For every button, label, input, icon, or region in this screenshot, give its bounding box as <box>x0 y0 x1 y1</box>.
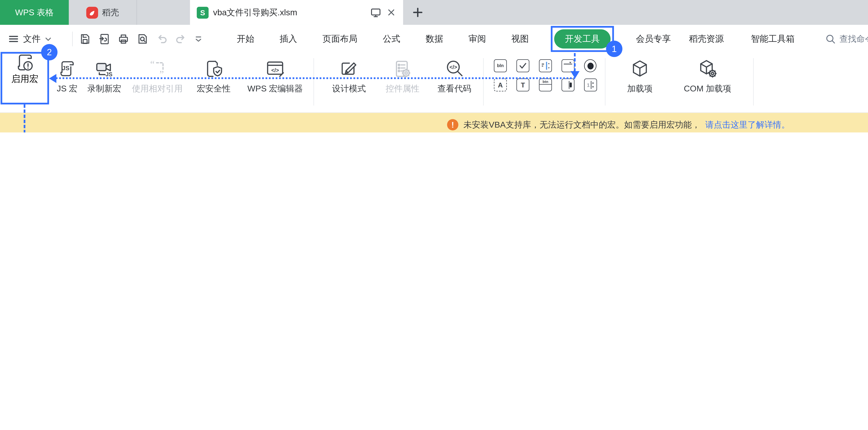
relative-reference-label: 使用相对引用 <box>132 84 183 94</box>
quick-access-toolbar <box>79 25 203 53</box>
save-icon[interactable] <box>79 33 91 45</box>
tab-menu-3[interactable]: 公式 <box>383 33 400 45</box>
tab-menu-6[interactable]: 视图 <box>511 33 529 45</box>
addins-cube-icon <box>629 58 650 80</box>
redo-icon[interactable] <box>175 33 187 45</box>
export-pdf-icon[interactable] <box>98 33 111 45</box>
svg-text:</>: </> <box>450 64 457 70</box>
tab-menu-0[interactable]: 开始 <box>237 33 254 45</box>
developer-tools-label: 开发工具 <box>565 33 600 45</box>
print-preview-icon[interactable] <box>136 33 149 45</box>
document-title: vba文件引导购买.xlsm <box>213 7 365 18</box>
control-properties-icon <box>392 58 413 80</box>
design-mode-button[interactable]: 设计模式 <box>321 58 377 94</box>
svg-text:JS: JS <box>105 71 112 78</box>
design-mode-label: 设计模式 <box>332 84 366 94</box>
control-toggle-glyph: btn <box>539 79 551 85</box>
svg-text:JS: JS <box>62 65 69 71</box>
control-scrollbar[interactable] <box>562 78 575 91</box>
addins-button[interactable]: 加载项 <box>615 58 665 94</box>
tab-menu-5[interactable]: 审阅 <box>469 33 486 45</box>
com-addins-button[interactable]: COM 加载项 <box>665 58 750 94</box>
connector-1-arrow-left-icon <box>49 74 56 83</box>
file-menu[interactable]: 文件 <box>23 33 41 45</box>
tab-menu-4[interactable]: 数据 <box>426 33 443 45</box>
control-checkbox[interactable] <box>517 59 529 72</box>
ribbon-developer-tools: 启用宏 2 JS JS 宏 JS 录制新宏 <box>0 53 868 113</box>
control-toggle-button[interactable]: btn <box>539 78 552 91</box>
macro-security-label: 宏安全性 <box>197 84 230 94</box>
tab-docer-resources[interactable]: 稻壳资源 <box>689 33 724 45</box>
control-combo-list[interactable] <box>539 59 552 72</box>
ribbon-group-divider <box>753 58 754 106</box>
ribbon-group-divider <box>605 58 606 106</box>
design-mode-icon <box>338 58 360 80</box>
control-label-glyph: A <box>498 81 503 89</box>
control-spinner[interactable]: 1 <box>584 78 597 91</box>
new-tab-button[interactable] <box>410 4 426 20</box>
control-command-button[interactable]: bln <box>494 59 507 72</box>
form-controls-group: bln A T btn <box>494 58 597 91</box>
control-textbox[interactable]: T <box>517 78 529 91</box>
wps-spreadsheet-window: WPS 表格 稻壳 S vba文件引导购买.xlsm <box>0 0 868 133</box>
wps-macro-editor-icon: </> <box>265 58 286 80</box>
presentation-mode-icon[interactable] <box>370 6 381 18</box>
menu-left-items: 开始插入页面布局公式数据审阅视图 <box>237 25 529 53</box>
js-macro-label: JS 宏 <box>57 84 78 94</box>
document-tab[interactable]: S vba文件引导购买.xlsm <box>190 0 403 25</box>
file-chevron-down-icon[interactable] <box>44 35 52 42</box>
view-code-button[interactable]: </> 查看代码 <box>428 58 481 94</box>
hamburger-menu-icon[interactable] <box>8 33 19 45</box>
svg-text:“: “ <box>150 59 155 69</box>
spreadsheet-file-icon: S <box>197 6 209 18</box>
docer-tab[interactable]: 稻壳 <box>69 0 137 25</box>
com-addins-label: COM 加载项 <box>684 84 731 94</box>
step-badge-1: 1 <box>606 41 622 57</box>
relative-reference-icon: “ ” <box>147 58 168 80</box>
wps-macro-editor-button[interactable]: </> WPS 宏编辑器 <box>239 58 311 94</box>
tab-menu-2[interactable]: 页面布局 <box>322 33 358 45</box>
record-macro-button[interactable]: JS 录制新宏 <box>82 58 126 94</box>
control-label[interactable]: A <box>494 78 507 91</box>
docer-logo-icon <box>86 6 98 18</box>
undo-icon[interactable] <box>156 33 168 45</box>
connector-2-vertical <box>24 105 25 133</box>
window-tab-bar: WPS 表格 稻壳 S vba文件引导购买.xlsm <box>0 0 868 25</box>
print-icon[interactable] <box>117 33 129 45</box>
control-radio-button[interactable] <box>584 59 596 72</box>
warning-details-link[interactable]: 请点击这里了解详情。 <box>705 119 790 130</box>
app-tab-wps[interactable]: WPS 表格 <box>0 0 69 25</box>
macro-security-icon <box>203 58 224 80</box>
tab-menu-1[interactable]: 插入 <box>280 33 297 45</box>
ribbon-group-divider <box>483 58 484 106</box>
control-textbox-glyph: T <box>521 81 525 89</box>
tab-developer-tools[interactable]: 开发工具 <box>554 29 611 49</box>
find-command-label[interactable]: 查找命令 <box>840 33 868 44</box>
control-btn-glyph: bln <box>497 63 504 68</box>
warning-icon: ! <box>447 119 458 131</box>
tab-member-benefits[interactable]: 会员专享 <box>636 33 671 45</box>
step2-highlight-box <box>1 52 49 105</box>
close-document-icon[interactable] <box>386 7 396 18</box>
app-tab-label: WPS 表格 <box>15 7 54 18</box>
connector-1-horizontal <box>56 77 575 79</box>
addins-label: 加载项 <box>627 84 653 94</box>
control-dropdown[interactable] <box>562 59 575 72</box>
svg-text:1: 1 <box>587 82 590 88</box>
ribbon-group-divider <box>313 58 314 106</box>
connector-1-vertical <box>574 53 576 71</box>
search-icon[interactable] <box>825 33 836 44</box>
control-properties-label: 控件属性 <box>385 84 420 94</box>
tab-smart-toolbox[interactable]: 智能工具箱 <box>751 33 795 45</box>
control-properties-button: 控件属性 <box>377 58 428 94</box>
js-macro-icon: JS <box>57 58 77 80</box>
view-code-label: 查看代码 <box>437 84 471 94</box>
view-code-icon: </> <box>444 58 465 80</box>
relative-reference-button: “ ” 使用相对引用 <box>126 58 188 94</box>
step-badge-2: 2 <box>41 44 58 60</box>
customize-toolbar-chevron-icon[interactable] <box>194 34 203 44</box>
menu-bar: 文件 <box>0 25 868 53</box>
js-macro-button[interactable]: JS JS 宏 <box>52 58 82 94</box>
macro-security-button[interactable]: 宏安全性 <box>188 58 239 94</box>
record-macro-icon: JS <box>94 58 115 80</box>
